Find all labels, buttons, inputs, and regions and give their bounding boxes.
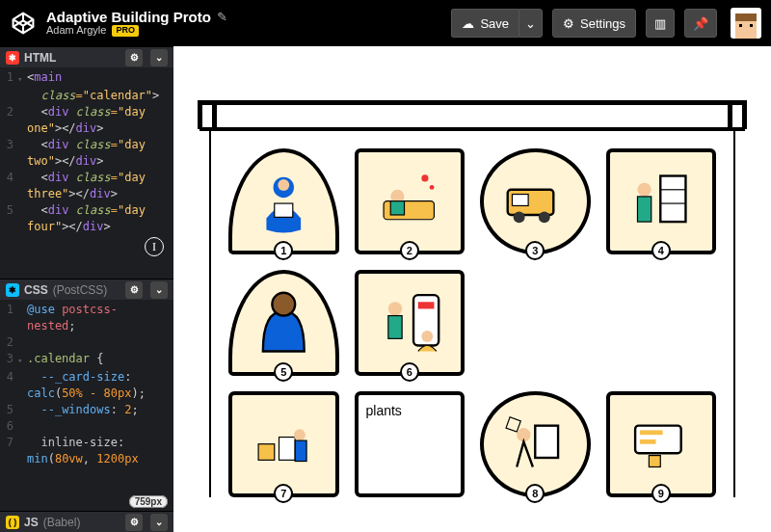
title-block: Adaptive Building Proto ✎ Adam Argyle PR… <box>46 10 227 36</box>
css-caret-icon[interactable]: ⌄ <box>150 281 168 299</box>
code-line[interactable]: calc(50% - 80px); <box>0 386 173 402</box>
html-settings-icon[interactable]: ⚙ <box>125 49 143 66</box>
code-line[interactable]: two"></div> <box>0 153 173 170</box>
code-text: <main <box>27 69 62 86</box>
fold-icon <box>17 318 27 320</box>
author-name[interactable]: Adam Argyle <box>46 25 106 37</box>
building-illustration: 123456789plants <box>198 100 747 532</box>
code-text: inline-size: <box>27 435 124 451</box>
pin-button[interactable]: 📌 <box>684 9 717 38</box>
chevron-down-icon: ⌄ <box>525 16 536 31</box>
code-line[interactable]: three"></div> <box>0 186 173 202</box>
fold-icon <box>17 120 27 122</box>
css-panel-header[interactable]: ✱ CSS (PostCSS) ⚙ ⌄ <box>0 279 173 300</box>
window-illustration-icon <box>625 167 697 235</box>
building-window: 1 <box>228 148 339 254</box>
user-avatar[interactable] <box>731 8 761 39</box>
window-number-badge: 3 <box>525 241 545 260</box>
fold-icon <box>17 386 27 387</box>
code-text: <div class="day <box>27 202 146 219</box>
code-line[interactable]: nested; <box>0 318 173 334</box>
window-illustration-icon <box>248 288 320 357</box>
layout-button[interactable]: ▥ <box>646 9 675 38</box>
fold-icon[interactable]: ▾ <box>17 351 27 369</box>
fold-icon <box>17 219 27 221</box>
code-line[interactable]: 3 <div class="day <box>0 137 173 153</box>
cloud-icon: ☁ <box>462 16 474 31</box>
css-editor[interactable]: 759px 1@use postcss-nested;23▾.calendar … <box>0 300 173 511</box>
code-line[interactable]: 4 <div class="day <box>0 170 173 186</box>
save-caret-button[interactable]: ⌄ <box>518 9 543 38</box>
fold-icon[interactable]: ▾ <box>17 69 27 88</box>
code-text: one"></div> <box>27 120 104 137</box>
width-indicator-badge: 759px <box>129 495 168 508</box>
code-line[interactable]: 5 <div class="day <box>0 202 173 219</box>
layout-icon: ▥ <box>654 16 666 31</box>
window-illustration-icon <box>499 167 572 235</box>
fold-icon <box>17 170 27 172</box>
code-line[interactable]: 2 <div class="day <box>0 104 173 120</box>
building-window: 7 <box>228 391 339 497</box>
code-line[interactable]: 2 <box>0 334 173 351</box>
fold-icon <box>17 104 27 106</box>
css-variant-label: (PostCSS) <box>53 283 108 297</box>
code-line[interactable]: one"></div> <box>0 120 173 137</box>
building-window: 4 <box>606 148 717 254</box>
line-number: 3 <box>0 351 17 367</box>
html-editor[interactable]: I 1▾<main class="calendar">2 <div class=… <box>0 67 173 279</box>
code-text: nested; <box>27 318 76 334</box>
html-panel-header[interactable]: ✱ HTML ⚙ ⌄ <box>0 46 173 67</box>
window-illustration-icon <box>625 410 697 478</box>
text-cursor-icon: I <box>145 237 164 256</box>
line-number: 2 <box>0 334 17 351</box>
code-text: @use postcss- <box>27 302 118 318</box>
code-text: .calendar { <box>27 351 104 367</box>
building-window: 2 <box>355 148 465 254</box>
js-settings-icon[interactable]: ⚙ <box>125 514 143 531</box>
html-badge-icon: ✱ <box>6 51 19 65</box>
building-window: 5 <box>228 270 339 376</box>
line-number: 5 <box>0 402 17 418</box>
code-line[interactable]: 6 <box>0 418 173 435</box>
code-line[interactable]: 1@use postcss- <box>0 302 173 318</box>
building-window: 6 <box>355 270 465 376</box>
fold-icon <box>17 88 27 90</box>
code-line[interactable]: 4 --_card-size: <box>0 369 173 386</box>
preview-pane: 123456789plants <box>173 46 771 532</box>
save-button[interactable]: ☁ Save <box>451 9 518 38</box>
fold-icon <box>17 369 27 371</box>
fold-icon <box>17 186 27 188</box>
code-text: --_card-size: <box>27 369 131 386</box>
code-text: <div class="day <box>27 170 146 186</box>
window-number-badge: 9 <box>651 484 671 503</box>
settings-button[interactable]: ⚙ Settings <box>552 9 636 38</box>
edit-title-icon[interactable]: ✎ <box>217 11 227 24</box>
line-number: 1 <box>0 69 17 86</box>
codepen-logo-icon[interactable] <box>10 10 37 37</box>
code-line[interactable]: 1▾<main <box>0 69 173 88</box>
code-text: four"></div> <box>27 219 111 235</box>
fold-icon <box>17 451 27 453</box>
fold-icon <box>17 435 27 437</box>
line-number: 4 <box>0 369 17 386</box>
html-caret-icon[interactable]: ⌄ <box>150 49 168 66</box>
code-line[interactable]: 5 --_windows: 2; <box>0 402 173 418</box>
js-caret-icon[interactable]: ⌄ <box>150 514 168 531</box>
pin-icon: 📌 <box>693 16 708 31</box>
app-header: Adaptive Building Proto ✎ Adam Argyle PR… <box>0 0 771 46</box>
code-line[interactable]: class="calendar"> <box>0 88 173 104</box>
pen-title[interactable]: Adaptive Building Proto <box>46 10 211 25</box>
line-number: 4 <box>0 170 17 186</box>
code-line[interactable]: min(80vw, 1200px <box>0 451 173 467</box>
js-panel-header[interactable]: ( ) JS (Babel) ⚙ ⌄ <box>0 511 173 532</box>
window-illustration-icon <box>373 167 445 235</box>
css-badge-icon: ✱ <box>6 283 19 297</box>
code-line[interactable]: 3▾.calendar { <box>0 351 173 369</box>
code-line[interactable]: 7 inline-size: <box>0 435 173 451</box>
gear-icon: ⚙ <box>563 16 574 31</box>
code-line[interactable]: four"></div> <box>0 219 173 235</box>
css-settings-icon[interactable]: ⚙ <box>125 281 143 299</box>
code-text: two"></div> <box>27 153 104 170</box>
window-illustration-icon <box>248 410 320 478</box>
line-number: 2 <box>0 104 17 120</box>
